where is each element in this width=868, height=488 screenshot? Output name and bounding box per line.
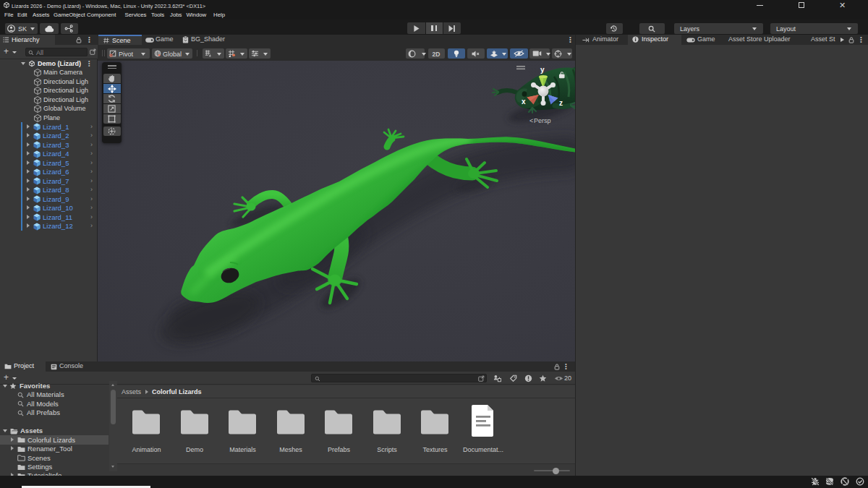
svg-text:z: z bbox=[559, 99, 563, 107]
svg-text:< Persp: < Persp bbox=[529, 117, 551, 124]
svg-text:y: y bbox=[540, 66, 545, 74]
svg-text:x: x bbox=[522, 98, 526, 106]
